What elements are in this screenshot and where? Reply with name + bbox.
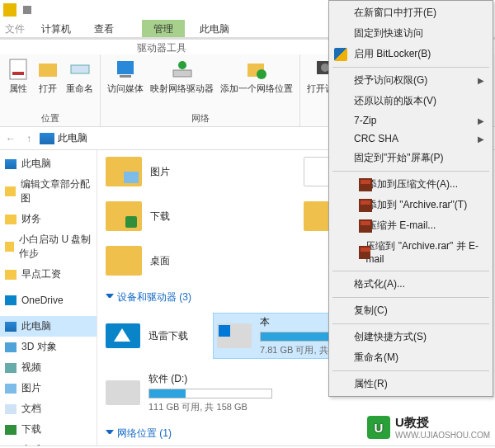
folder-pictures[interactable]: 图片	[106, 157, 254, 186]
drive-icon	[217, 323, 252, 348]
ribbon-group-network: 访问媒体 映射网络驱动器 添加一个网络位置 网络	[101, 54, 300, 126]
svg-rect-6	[173, 70, 191, 77]
tab-manage[interactable]: 管理	[142, 20, 185, 37]
sidebar: 此电脑 编辑文章部分配图 财务 小白启动 U 盘制作步 早点工资 OneDriv…	[0, 150, 97, 446]
shield-icon	[334, 48, 347, 61]
app-icon	[3, 3, 16, 17]
3d-icon	[5, 342, 16, 352]
downloads-icon	[5, 425, 16, 435]
music-icon	[5, 446, 16, 446]
cm-restore-previous[interactable]: 还原以前的版本(V)	[329, 91, 493, 111]
svg-point-9	[257, 69, 266, 79]
rar-icon	[359, 178, 372, 191]
sidebar-item[interactable]: 音乐	[0, 440, 97, 446]
sidebar-item-onedrive[interactable]: OneDrive	[0, 291, 97, 309]
separator	[332, 67, 489, 68]
sidebar-item[interactable]: 早点工资	[0, 264, 97, 285]
sidebar-item[interactable]: 文档	[0, 398, 97, 419]
svg-point-7	[178, 61, 186, 69]
pc-icon	[5, 322, 16, 332]
drive-xunlei[interactable]: 迅雷下载	[106, 313, 188, 359]
chevron-down-icon	[106, 430, 114, 438]
cm-create-shortcut[interactable]: 创建快捷方式(S)	[329, 327, 493, 347]
cloud-icon	[5, 295, 16, 305]
folder-icon	[5, 270, 16, 280]
separator	[332, 297, 489, 298]
cm-bitlocker[interactable]: 启用 BitLocker(B)	[329, 44, 493, 64]
sidebar-item[interactable]: 编辑文章部分配图	[0, 174, 97, 209]
ribbon-access-media-button[interactable]: 访问媒体	[107, 58, 144, 95]
drive-icon	[106, 380, 140, 405]
submenu-arrow-icon: ▶	[478, 134, 484, 144]
video-icon	[5, 363, 16, 373]
watermark-logo-icon: U	[367, 416, 390, 439]
svg-rect-5	[120, 75, 131, 78]
cm-properties[interactable]: 属性(R)	[329, 374, 493, 394]
cm-rename[interactable]: 重命名(M)	[329, 347, 493, 368]
separator	[332, 370, 489, 371]
pc-icon	[40, 133, 54, 144]
folder-icon	[5, 186, 16, 196]
cm-pin-start[interactable]: 固定到"开始"屏幕(P)	[329, 148, 493, 168]
downloads-folder-icon	[106, 201, 142, 231]
svg-rect-3	[71, 65, 89, 73]
cm-crc[interactable]: CRC SHA▶	[329, 130, 493, 148]
folder-icon	[5, 242, 14, 252]
sidebar-item[interactable]: 财务	[0, 209, 97, 229]
ribbon-open-button[interactable]: 打开	[36, 58, 59, 95]
sidebar-item-this-pc[interactable]: 此电脑	[0, 316, 97, 337]
sidebar-item[interactable]: 下载	[0, 419, 97, 440]
media-icon	[114, 58, 137, 81]
ribbon-properties-button[interactable]: 属性	[7, 58, 30, 95]
cm-add-archive[interactable]: 添加到压缩文件(A)...	[329, 174, 493, 195]
cm-open-new-window[interactable]: 在新窗口中打开(E)	[329, 2, 493, 23]
tab-view[interactable]: 查看	[82, 20, 125, 37]
pc-icon	[5, 159, 16, 169]
cm-add-rar[interactable]: 添加到 "Archive.rar"(T)	[329, 195, 493, 215]
ribbon-map-drive-button[interactable]: 映射网络驱动器	[150, 58, 214, 95]
ribbon-group-location: 属性 打开 重命名 位置	[0, 54, 101, 126]
tab-drive-tools[interactable]: 驱动器工具	[127, 40, 196, 54]
add-location-icon	[245, 58, 268, 81]
rar-icon	[359, 199, 372, 212]
open-icon	[36, 58, 59, 81]
sidebar-item[interactable]: 视频	[0, 357, 97, 378]
quick-access-dropdown-icon[interactable]	[23, 6, 31, 14]
ribbon-rename-button[interactable]: 重命名	[66, 58, 93, 95]
svg-rect-2	[39, 64, 57, 77]
cm-format[interactable]: 格式化(A)...	[329, 274, 493, 295]
folder-icon	[5, 215, 16, 224]
svg-rect-1	[12, 72, 24, 75]
submenu-arrow-icon: ▶	[478, 76, 484, 85]
separator	[332, 323, 489, 324]
watermark: U U教授 WWW.UJIAOSHOU.COM	[367, 415, 490, 440]
context-menu: 在新窗口中打开(E) 固定到快速访问 启用 BitLocker(B) 授予访问权…	[328, 0, 493, 397]
ribbon-add-location-button[interactable]: 添加一个网络位置	[220, 58, 293, 95]
back-arrow-icon[interactable]: ←	[3, 131, 18, 146]
drive-usage-bar	[148, 389, 272, 398]
sidebar-item[interactable]: 图片	[0, 378, 97, 398]
pictures-folder-icon	[106, 157, 142, 186]
cm-grant-access[interactable]: 授予访问权限(G)▶	[329, 70, 493, 91]
tab-computer[interactable]: 计算机	[30, 20, 82, 37]
desktop-folder-icon	[106, 246, 142, 276]
rename-icon	[68, 58, 92, 81]
folder-downloads[interactable]: 下载	[106, 201, 254, 231]
rar-icon	[359, 246, 370, 259]
cm-copy[interactable]: 复制(C)	[329, 300, 493, 321]
cm-7zip[interactable]: 7-Zip▶	[329, 111, 493, 130]
sidebar-item[interactable]: 此电脑	[0, 153, 97, 174]
tab-file[interactable]: 文件	[0, 20, 30, 37]
submenu-arrow-icon: ▶	[478, 116, 484, 125]
separator	[332, 171, 489, 172]
map-drive-icon	[171, 58, 194, 81]
cm-pin-quick[interactable]: 固定到快速访问	[329, 23, 493, 44]
sidebar-item[interactable]: 3D 对象	[0, 337, 97, 357]
cm-compress-rar-email[interactable]: 压缩到 "Archive.rar" 并 E-mail	[329, 236, 493, 268]
up-arrow-icon[interactable]: ↑	[21, 131, 36, 146]
svg-rect-0	[10, 59, 26, 79]
cm-compress-email[interactable]: 压缩并 E-mail...	[329, 215, 493, 236]
sidebar-item[interactable]: 小白启动 U 盘制作步	[0, 229, 97, 264]
folder-desktop[interactable]: 桌面	[106, 246, 254, 276]
pictures-icon	[5, 384, 16, 394]
